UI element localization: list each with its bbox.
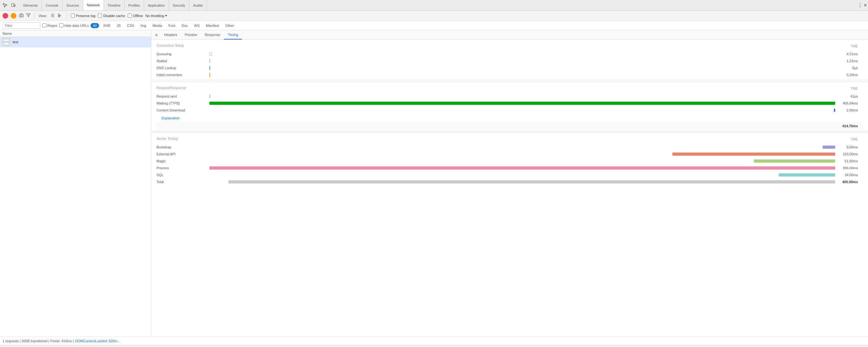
throttle-label: No throttling [146, 14, 164, 18]
filter-btn-all[interactable]: All [91, 23, 99, 28]
disable-cache-checkbox[interactable]: Disable cache [98, 13, 125, 18]
tab-bar-left [1, 2, 20, 9]
filter-btn-css[interactable]: CSS [125, 23, 136, 28]
clear-button[interactable] [11, 13, 17, 19]
col-header-name: Name [0, 30, 151, 37]
hide-data-urls-label: Hide data URLs [64, 24, 89, 27]
section-divider-1 [151, 80, 868, 82]
request-response-section: Request/Response TIME Request sent 41μs … [151, 82, 868, 131]
filter-btn-img[interactable]: Img [138, 23, 148, 28]
explanation-link[interactable]: Explanation [156, 114, 863, 122]
preserve-log-input[interactable] [71, 13, 75, 18]
tab-sources[interactable]: Sources [62, 0, 83, 10]
waiting-bar-area [210, 102, 835, 105]
tab-elements[interactable]: Elements [20, 0, 42, 10]
waiting-value: 406.84ms [838, 102, 863, 105]
more-menu-icon[interactable]: ⋮ [858, 2, 863, 8]
content-download-bar-area [210, 108, 835, 112]
tab-timeline[interactable]: Timeline [104, 0, 125, 10]
filter-btn-ws[interactable]: WS [192, 23, 202, 28]
record-button[interactable] [2, 13, 8, 19]
tab-headers[interactable]: Headers [160, 30, 181, 39]
server-total-value: 405.00ms [838, 180, 863, 184]
filter-button[interactable] [26, 13, 31, 18]
tab-console[interactable]: Console [42, 0, 62, 10]
server-time-header: TIME [850, 138, 863, 141]
regex-input[interactable] [42, 23, 46, 27]
timing-row-waiting: Waiting (TTFB) 406.84ms [156, 100, 863, 107]
panel-tabs: × Headers Preview Response Timing [151, 30, 868, 40]
toolbar: View: Preserve log Disable cache Offline… [0, 11, 868, 21]
dom-content-loaded-link[interactable]: DOMContentLoaded: 628m... [75, 339, 121, 343]
tab-timing[interactable]: Timing [224, 30, 242, 39]
inspect-icon[interactable] [1, 2, 9, 9]
device-icon[interactable] [9, 2, 17, 9]
filter-btn-js[interactable]: JS [115, 23, 123, 28]
external-api-bar [673, 152, 835, 156]
svg-rect-8 [58, 15, 61, 16]
server-timing-title: Server Timing [156, 137, 178, 141]
filter-btn-doc[interactable]: Doc [180, 23, 190, 28]
filter-btn-manifest[interactable]: Manifest [204, 23, 221, 28]
list-view-button[interactable] [50, 13, 56, 19]
timing-row-dns: DNS Lookup 6μs [156, 64, 863, 71]
tab-preview[interactable]: Preview [181, 30, 201, 39]
screenshot-button[interactable] [19, 13, 24, 18]
offline-input[interactable] [128, 13, 132, 18]
timing-row-bootstrap: Bootstrap 8.00ms [156, 144, 863, 151]
process-bar [210, 166, 835, 170]
filter-btn-xhr[interactable]: XHR [101, 23, 113, 28]
queueing-bar [210, 52, 212, 56]
waterfall-view-button[interactable] [57, 13, 63, 19]
sql-bar [779, 173, 835, 176]
request-sent-bar [210, 94, 210, 98]
hide-data-urls-input[interactable] [59, 23, 63, 27]
panel-close-button[interactable]: × [153, 32, 160, 37]
stalled-bar-area [210, 59, 835, 63]
file-item-test[interactable]: </> test [0, 37, 151, 47]
toolbar-divider-1 [34, 13, 35, 19]
filter-input[interactable] [2, 22, 40, 29]
filter-btn-font[interactable]: Font [166, 23, 178, 28]
view-label: View: [38, 14, 47, 18]
file-icon: </> [2, 38, 10, 46]
sql-bar-area [210, 173, 835, 177]
stalled-bar [210, 59, 210, 63]
tab-bar-right: ⋮ × [855, 2, 867, 8]
filter-btn-other[interactable]: Other [223, 23, 237, 28]
status-text: 1 requests | 300B transferred | Finish: … [2, 339, 74, 343]
dns-value: 6μs [838, 66, 863, 70]
waiting-label: Waiting (TTFB) [156, 102, 207, 105]
content-download-value: 2.06ms [838, 108, 863, 112]
initial-bar-area [210, 73, 835, 77]
disable-cache-input[interactable] [98, 13, 102, 18]
file-name: test [12, 40, 18, 44]
timing-row-magic: Magic 51.00ms [156, 157, 863, 165]
sql-label: SQL [156, 173, 207, 177]
offline-checkbox[interactable]: Offline [128, 13, 143, 18]
close-devtools-icon[interactable]: × [864, 2, 867, 8]
server-total-label: Total [156, 180, 207, 184]
hide-data-urls-checkbox[interactable]: Hide data URLs [59, 23, 89, 27]
timing-row-sql: SQL 34.00ms [156, 171, 863, 178]
filter-btn-media[interactable]: Media [150, 23, 164, 28]
request-sent-value: 41μs [838, 94, 863, 98]
content-download-bar [834, 109, 835, 112]
tab-network[interactable]: Network [83, 0, 104, 10]
server-total-bar-area [210, 180, 835, 184]
dns-bar [210, 66, 210, 70]
left-panel: Name </> test [0, 30, 151, 336]
server-timing-section: Server Timing TIME Bootstrap 8.00ms Exte… [151, 133, 868, 186]
throttle-select[interactable]: No throttling ▾ [146, 13, 167, 18]
process-value: 396.00ms [838, 166, 863, 170]
tab-audits[interactable]: Audits [189, 0, 207, 10]
tab-security[interactable]: Security [169, 0, 190, 10]
regex-checkbox[interactable]: Regex [42, 23, 57, 27]
process-bar-area [210, 166, 835, 170]
filter-bar: Regex Hide data URLs All XHR JS CSS Img … [0, 21, 868, 30]
tab-profiles[interactable]: Profiles [125, 0, 144, 10]
tab-application[interactable]: Application [144, 0, 169, 10]
preserve-log-checkbox[interactable]: Preserve log [71, 13, 96, 18]
initial-bar [210, 73, 210, 77]
tab-response[interactable]: Response [201, 30, 224, 39]
